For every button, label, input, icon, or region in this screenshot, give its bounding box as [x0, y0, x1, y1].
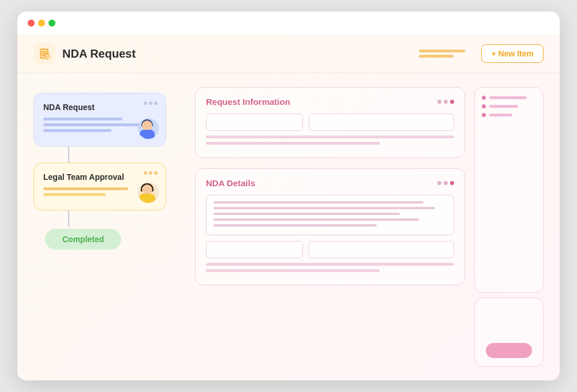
card2-dot2	[149, 171, 152, 175]
side-line-2	[489, 105, 518, 108]
nda-request-card[interactable]: NDA Request	[33, 93, 166, 146]
card2-avatar	[138, 182, 159, 203]
side-bottom-box	[474, 297, 544, 367]
app-window: NDA Request + New Item NDA Request	[17, 12, 560, 380]
card2-dot3	[154, 171, 158, 175]
header-decoration	[419, 50, 465, 58]
card1-dot2	[149, 101, 152, 105]
nda-details-header: NDA Details	[206, 178, 454, 188]
nda-line2	[206, 269, 380, 272]
side-dot-2	[482, 104, 486, 108]
form-line1	[206, 135, 454, 138]
nd-dot2	[444, 181, 448, 185]
legal-approval-card[interactable]: Legal Team Approval	[33, 163, 166, 210]
header: NDA Request + New Item	[17, 35, 560, 73]
card2-menu[interactable]	[144, 171, 158, 175]
connector2	[68, 210, 69, 227]
card1-dot3	[154, 101, 158, 105]
card2-title: Legal Team Approval	[43, 172, 156, 182]
side-line-3	[489, 114, 512, 116]
side-dot-3	[482, 113, 486, 117]
nd-dot3	[450, 181, 454, 185]
nda-details-row1	[206, 241, 454, 258]
nda-textarea[interactable]	[206, 195, 454, 235]
field-2[interactable]	[309, 114, 454, 131]
nda-details-section: NDA Details	[195, 168, 465, 285]
side-line-1	[489, 96, 527, 99]
nda-icon	[33, 43, 55, 65]
request-info-row1	[206, 114, 454, 131]
request-info-menu[interactable]	[437, 100, 454, 104]
side-panel	[474, 87, 544, 367]
ri-dot2	[444, 100, 448, 104]
close-dot[interactable]	[28, 20, 35, 27]
ri-dot1	[437, 100, 441, 104]
side-info-box	[474, 87, 544, 293]
ri-dot3	[450, 100, 454, 104]
new-item-button[interactable]: + New Item	[481, 44, 544, 63]
nda-details-menu[interactable]	[437, 181, 454, 185]
flow-diagram: NDA Request	[33, 87, 183, 367]
card2-dot1	[144, 171, 147, 175]
card1-title: NDA Request	[43, 103, 156, 112]
completed-badge: Completed	[45, 229, 121, 250]
minimize-dot[interactable]	[38, 20, 45, 27]
main-content: NDA Request	[17, 73, 560, 380]
page-title: NDA Request	[62, 47, 412, 61]
field-1[interactable]	[206, 114, 303, 131]
request-info-title: Request Information	[206, 97, 290, 107]
side-item-2	[482, 104, 536, 108]
card1-menu[interactable]	[144, 101, 158, 105]
form-line2	[206, 142, 380, 145]
connector1	[68, 146, 69, 163]
nda-line1	[206, 263, 454, 266]
form-panel: Request Information	[195, 87, 465, 367]
card1-avatar	[138, 118, 159, 139]
side-item-1	[482, 96, 536, 100]
title-bar	[17, 12, 560, 35]
field-3[interactable]	[206, 241, 303, 258]
side-dot-1	[482, 96, 486, 100]
side-item-3	[482, 113, 536, 117]
maximize-dot[interactable]	[48, 20, 55, 27]
nda-details-title: NDA Details	[206, 178, 255, 188]
field-4[interactable]	[309, 241, 454, 258]
nd-dot1	[437, 181, 441, 185]
card1-dot1	[144, 101, 147, 105]
request-info-header: Request Information	[206, 97, 454, 107]
right-area: Request Information	[195, 87, 544, 367]
pink-action-button[interactable]	[486, 343, 532, 358]
request-info-section: Request Information	[195, 87, 465, 158]
